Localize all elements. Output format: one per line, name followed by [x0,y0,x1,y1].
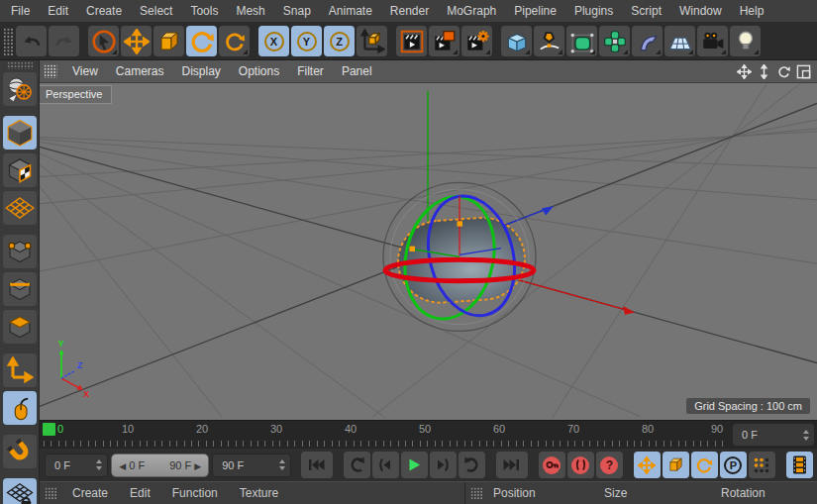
edit-render-settings-button[interactable] [461,26,492,56]
light-button[interactable] [730,26,761,56]
make-editable-button[interactable] [3,72,37,106]
viewport-menu-filter[interactable]: Filter [288,60,333,82]
array-generator-button[interactable] [599,26,630,56]
viewport-menu-options[interactable]: Options [230,60,288,82]
subdivision-surface-button[interactable] [566,26,597,56]
add-cube-primitive-button[interactable] [501,26,532,56]
move-tool-button[interactable] [121,26,152,56]
coordinate-manager-grip[interactable] [470,487,483,500]
x-axis-lock-button[interactable]: X [258,26,289,56]
stepper-arrows-icon[interactable] [273,459,285,470]
material-menu-create[interactable]: Create [61,482,119,504]
menu-file[interactable]: File [2,0,39,22]
key-parameter-toggle[interactable]: P [720,452,747,478]
go-to-start-button[interactable] [301,452,333,478]
menu-tools[interactable]: Tools [181,0,227,22]
key-point-level-toggle[interactable] [749,452,775,478]
gizmo-handle-x[interactable] [410,247,416,252]
dolly-view-icon[interactable] [757,64,771,79]
viewport-menu-view[interactable]: View [63,60,107,82]
bend-deformer-button[interactable] [632,26,663,56]
range-left-arrow-icon[interactable]: ◀ [119,461,126,471]
rotate-view-icon[interactable] [776,64,791,79]
keyframe-selection-button[interactable]: ? [596,452,623,478]
material-menu-texture[interactable]: Texture [229,482,289,504]
viewport-canvas[interactable]: Y X Z [40,83,817,420]
menu-create[interactable]: Create [77,0,131,22]
last-used-tool-button[interactable] [219,26,250,56]
material-manager-grip[interactable] [45,487,57,500]
texture-mode-button[interactable] [3,153,37,187]
timeline-playhead[interactable] [43,423,55,436]
render-view-button[interactable] [396,26,427,56]
menu-pipeline[interactable]: Pipeline [505,0,565,22]
autokeying-button[interactable] [567,452,594,478]
stepper-arrows-icon[interactable] [797,430,809,441]
lock-workplane-button[interactable] [3,478,37,504]
preview-range-slider[interactable]: ◀ 0 F 90 F ▶ [111,454,209,477]
edges-mode-button[interactable] [3,272,37,306]
menu-plugins[interactable]: Plugins [565,0,622,22]
menu-edit[interactable]: Edit [39,0,77,22]
key-rotation-toggle[interactable] [691,452,718,478]
range-right-arrow-icon[interactable]: ▶ [194,461,201,471]
scale-tool-button[interactable] [153,26,184,56]
coordinate-system-button[interactable] [357,26,387,56]
toolbar-grip[interactable] [3,28,13,55]
camera-button[interactable] [697,26,728,56]
points-mode-button[interactable] [3,235,37,268]
z-axis-lock-button[interactable]: Z [324,26,355,56]
go-to-end-button[interactable] [496,452,528,478]
menu-select[interactable]: Select [131,0,181,22]
menu-window[interactable]: Window [670,0,731,22]
model-mode-button[interactable] [3,116,37,150]
tweak-mode-button[interactable] [3,391,37,425]
menu-help[interactable]: Help [731,0,773,22]
key-position-toggle[interactable] [634,452,661,478]
menu-mesh[interactable]: Mesh [227,0,273,22]
material-menu-edit[interactable]: Edit [119,482,161,504]
menu-script[interactable]: Script [622,0,670,22]
go-to-next-frame-button[interactable] [430,452,457,478]
workplane-mode-button[interactable] [3,191,37,225]
material-menu-function[interactable]: Function [161,482,229,504]
menu-render[interactable]: Render [381,0,438,22]
stepper-arrows-icon[interactable] [90,459,102,470]
perspective-viewport[interactable]: Y X Z Perspective Grid Spacing : 100 cm [40,83,817,420]
viewport-menu-grip[interactable] [44,64,57,78]
end-frame-field[interactable]: 90 F [212,454,291,477]
frame-dropdown-field[interactable]: 0 F [732,423,815,447]
menu-mograph[interactable]: MoGraph [438,0,505,22]
viewport-menu-cameras[interactable]: Cameras [107,60,173,82]
current-frame-field[interactable]: 0 F [45,454,108,477]
record-keyframe-button[interactable] [539,452,565,478]
polygons-mode-button[interactable] [3,310,37,344]
camera-label[interactable]: Perspective [40,85,112,104]
gizmo-handle-y[interactable] [458,221,463,226]
open-timeline-button[interactable] [786,452,813,478]
rotate-tool-button[interactable] [186,26,217,56]
go-to-next-key-button[interactable] [459,452,485,478]
timeline-scrub-area[interactable]: 0 10 20 30 40 50 60 70 80 90 [40,421,728,449]
go-to-previous-key-button[interactable] [344,452,370,478]
menu-snap[interactable]: Snap [274,0,320,22]
floor-environment-button[interactable] [664,26,695,56]
live-selection-button[interactable] [88,26,119,56]
viewport-menu-panel[interactable]: Panel [333,60,381,82]
menu-animate[interactable]: Animate [320,0,381,22]
y-axis-lock-button[interactable]: Y [291,26,322,56]
play-forward-button[interactable] [401,452,428,478]
pan-view-icon[interactable] [737,64,752,79]
scale-icon [157,30,181,53]
toggle-panel-icon[interactable] [796,64,811,79]
undo-button[interactable] [16,26,47,56]
mode-toolbar-grip[interactable] [7,61,33,69]
spline-pen-button[interactable] [534,26,564,56]
key-scale-toggle[interactable] [663,452,689,478]
go-to-previous-frame-button[interactable] [372,452,399,478]
enable-axis-button[interactable] [3,353,37,387]
snap-settings-button[interactable] [3,435,37,468]
viewport-menu-display[interactable]: Display [172,60,229,82]
render-to-picture-viewer-button[interactable] [429,26,460,56]
redo-button[interactable] [49,26,79,56]
